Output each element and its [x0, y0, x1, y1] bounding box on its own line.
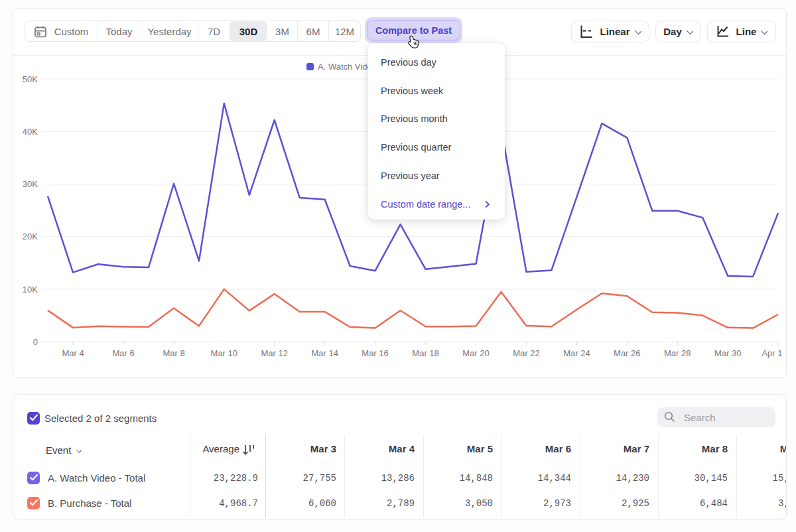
- svg-text:Mar 22: Mar 22: [513, 348, 539, 358]
- svg-text:Mar 28: Mar 28: [664, 348, 691, 358]
- svg-text:Mar 26: Mar 26: [614, 348, 640, 358]
- svg-text:Mar 10: Mar 10: [211, 348, 237, 358]
- svg-text:0: 0: [33, 337, 38, 347]
- svg-text:10K: 10K: [23, 285, 38, 295]
- svg-text:Mar 30: Mar 30: [714, 348, 741, 358]
- svg-text:Mar 20: Mar 20: [462, 348, 489, 358]
- svg-text:Mar 24: Mar 24: [563, 348, 590, 358]
- svg-text:Mar 18: Mar 18: [412, 348, 438, 358]
- svg-text:30K: 30K: [23, 179, 38, 189]
- svg-text:Apr 1: Apr 1: [762, 348, 782, 358]
- svg-text:20K: 20K: [23, 232, 38, 241]
- svg-text:Mar 6: Mar 6: [112, 348, 134, 358]
- svg-text:Mar 12: Mar 12: [261, 348, 287, 358]
- svg-text:50K: 50K: [23, 74, 38, 84]
- svg-text:Mar 4: Mar 4: [62, 348, 84, 358]
- svg-text:Mar 8: Mar 8: [163, 348, 184, 358]
- svg-text:Mar 16: Mar 16: [362, 348, 388, 358]
- svg-text:40K: 40K: [23, 127, 38, 137]
- svg-text:Mar 14: Mar 14: [311, 348, 338, 358]
